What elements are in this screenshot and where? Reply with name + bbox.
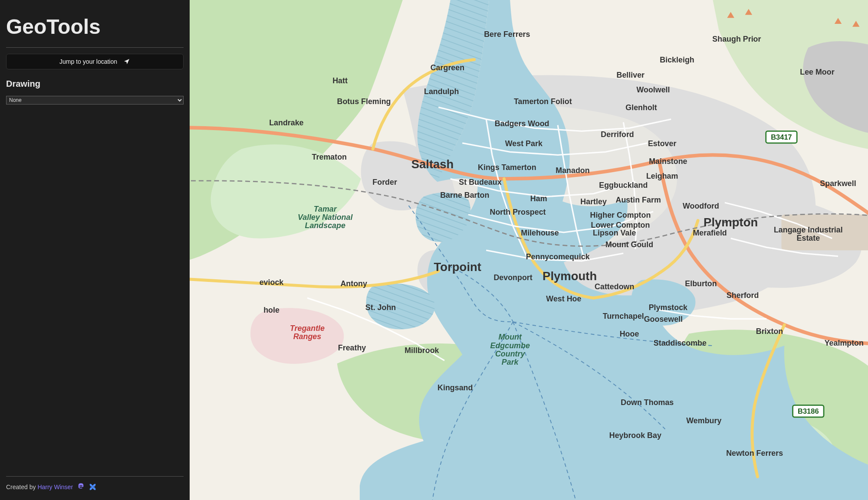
svg-text:Sparkwell: Sparkwell [820, 179, 856, 188]
svg-text:Ham: Ham [530, 194, 547, 203]
svg-text:Cargreen: Cargreen [431, 63, 464, 72]
jump-to-location-label: Jump to your location [59, 58, 117, 65]
svg-text:Pennycomequick: Pennycomequick [526, 252, 590, 261]
footer-divider [6, 476, 184, 477]
svg-text:TregantleRanges: TregantleRanges [290, 324, 325, 341]
svg-text:Antony: Antony [340, 279, 367, 288]
svg-text:Tamerton Foliot: Tamerton Foliot [514, 97, 572, 106]
svg-text:Hooe: Hooe [620, 330, 639, 338]
svg-text:Bere Ferrers: Bere Ferrers [484, 30, 530, 39]
svg-text:Kings Tamerton: Kings Tamerton [478, 163, 536, 172]
svg-text:Forder: Forder [372, 178, 397, 186]
svg-text:Higher Compton: Higher Compton [590, 211, 651, 219]
svg-text:Merafield: Merafield [693, 229, 727, 237]
drawing-select[interactable]: None [6, 96, 184, 105]
divider [6, 47, 184, 48]
svg-text:Plymstock: Plymstock [649, 303, 687, 312]
drawing-heading: Drawing [6, 79, 184, 89]
svg-text:Derriford: Derriford [601, 130, 634, 139]
svg-text:Freathy: Freathy [338, 343, 366, 352]
svg-text:Plymouth: Plymouth [542, 269, 597, 283]
app-title: GeoTools [6, 15, 184, 39]
svg-text:North Prospect: North Prospect [490, 208, 546, 216]
svg-text:Plympton: Plympton [704, 216, 758, 229]
map-canvas[interactable]: B3417B3186 PlymouthPlymptonSaltashTorpoi… [190, 0, 868, 500]
jump-to-location-button[interactable]: Jump to your location [6, 54, 184, 69]
svg-text:Manadon: Manadon [556, 166, 589, 175]
svg-text:Mount Gould: Mount Gould [605, 240, 653, 249]
svg-text:Glenholt: Glenholt [625, 103, 657, 112]
svg-text:Hatt: Hatt [332, 76, 348, 85]
svg-text:Brixton: Brixton [756, 327, 783, 336]
svg-text:Woolwell: Woolwell [637, 85, 670, 94]
svg-text:Turnchapel: Turnchapel [603, 312, 644, 320]
sidebar: GeoTools Jump to your location Drawing N… [0, 0, 190, 500]
map-svg: B3417B3186 PlymouthPlymptonSaltashTorpoi… [190, 0, 868, 500]
svg-text:hole: hole [263, 306, 279, 314]
svg-text:West Park: West Park [505, 139, 542, 148]
svg-text:Trematon: Trematon [312, 153, 347, 161]
svg-text:Shaugh Prior: Shaugh Prior [712, 35, 761, 43]
svg-text:West Hoe: West Hoe [546, 294, 581, 303]
mastodon-link[interactable] [77, 483, 85, 491]
author-link[interactable]: Harry Winser [37, 484, 73, 490]
svg-text:eviock: eviock [260, 278, 284, 287]
svg-text:Barne Barton: Barne Barton [440, 191, 489, 199]
svg-text:Hartley: Hartley [580, 197, 607, 206]
bluesky-link[interactable] [89, 483, 96, 491]
svg-text:Millbrook: Millbrook [404, 346, 439, 355]
svg-text:Wembury: Wembury [686, 416, 721, 425]
svg-text:Leigham: Leigham [646, 172, 678, 180]
bluesky-icon [89, 483, 96, 490]
svg-text:Estover: Estover [648, 139, 677, 148]
svg-text:Badgers Wood: Badgers Wood [495, 119, 549, 128]
svg-text:Kingsand: Kingsand [437, 383, 473, 392]
svg-text:Staddiscombe: Staddiscombe [654, 339, 707, 347]
svg-text:Goosewell: Goosewell [644, 315, 683, 324]
location-arrow-icon [123, 58, 130, 65]
svg-text:Landulph: Landulph [424, 87, 459, 96]
svg-text:Sherford: Sherford [727, 291, 759, 300]
svg-text:St Budeaux: St Budeaux [459, 178, 501, 186]
svg-text:Bickleigh: Bickleigh [660, 56, 694, 64]
svg-text:Botus Fleming: Botus Fleming [337, 97, 391, 106]
svg-text:Eggbuckland: Eggbuckland [599, 181, 648, 190]
svg-text:Newton Ferrers: Newton Ferrers [726, 449, 783, 458]
svg-text:Torpoint: Torpoint [434, 260, 481, 274]
svg-text:B3186: B3186 [798, 407, 819, 415]
svg-text:Yealmpton: Yealmpton [825, 339, 864, 347]
svg-text:Lee Moor: Lee Moor [800, 68, 834, 76]
svg-text:Lipson Vale: Lipson Vale [593, 229, 636, 237]
svg-text:Landrake: Landrake [269, 118, 303, 127]
credit-prefix: Created by [6, 484, 37, 490]
svg-text:Milehouse: Milehouse [521, 229, 559, 237]
svg-text:Belliver: Belliver [617, 71, 645, 79]
svg-text:Woodford: Woodford [683, 202, 719, 210]
svg-text:St. John: St. John [365, 303, 396, 312]
svg-text:Cattedown: Cattedown [595, 282, 634, 291]
svg-text:Saltash: Saltash [411, 157, 454, 171]
svg-text:Austin Farm: Austin Farm [616, 196, 661, 204]
footer: Created by Harry Winser [6, 483, 184, 491]
svg-text:Devonport: Devonport [493, 273, 532, 282]
mastodon-icon [77, 483, 85, 490]
svg-text:B3417: B3417 [771, 133, 792, 141]
svg-text:Elburton: Elburton [685, 279, 717, 288]
svg-text:Mainstone: Mainstone [649, 157, 687, 166]
svg-text:Heybrook Bay: Heybrook Bay [609, 431, 661, 440]
svg-text:Down Thomas: Down Thomas [621, 398, 674, 407]
